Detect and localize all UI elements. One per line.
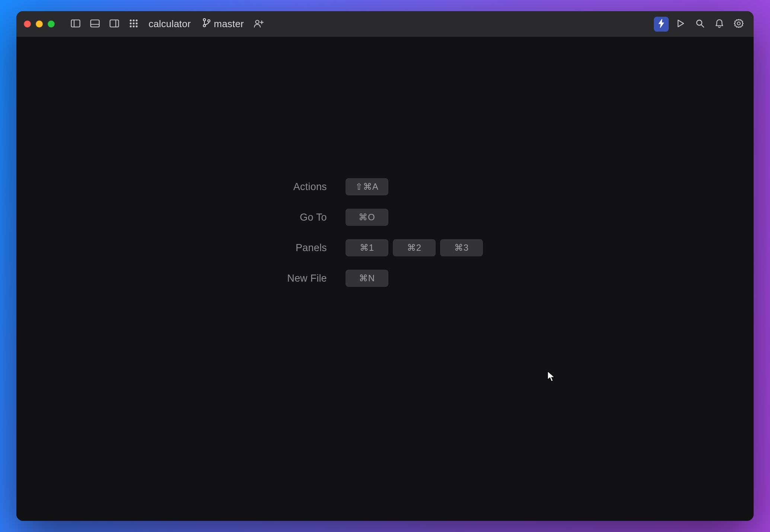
app-window: calculator master — [16, 11, 754, 521]
kbd: ⌘3 — [440, 239, 483, 256]
svg-rect-12 — [130, 26, 131, 27]
window-minimize-button[interactable] — [36, 20, 43, 28]
svg-rect-4 — [110, 20, 119, 27]
shortcut-keys-newfile: ⌘N — [346, 270, 483, 287]
settings-button[interactable] — [731, 17, 746, 32]
project-name: calculator — [149, 18, 191, 30]
svg-rect-13 — [133, 26, 134, 27]
svg-rect-9 — [130, 23, 131, 24]
svg-rect-6 — [130, 20, 131, 21]
add-collaborator-button[interactable] — [251, 17, 266, 32]
bolt-icon — [658, 19, 665, 30]
panel-right-icon — [109, 19, 119, 29]
run-button[interactable] — [673, 17, 688, 32]
svg-rect-7 — [133, 20, 134, 21]
shortcut-keys-panels: ⌘1 ⌘2 ⌘3 — [346, 239, 483, 256]
gear-icon — [734, 19, 744, 30]
kbd: ⌘1 — [346, 239, 388, 256]
play-icon — [677, 19, 685, 29]
toggle-right-panel-button[interactable] — [107, 17, 122, 32]
svg-rect-10 — [133, 23, 134, 24]
svg-rect-8 — [136, 20, 137, 21]
shortcut-keys-actions: ⇧⌘A — [346, 178, 483, 195]
branch-name: master — [214, 18, 244, 30]
panel-left-icon — [71, 19, 80, 29]
svg-point-18 — [255, 20, 259, 23]
traffic-lights — [24, 20, 55, 28]
shortcut-label-goto: Go To — [287, 212, 327, 223]
window-fullscreen-button[interactable] — [48, 20, 55, 28]
panel-toggle-group — [68, 17, 141, 32]
svg-point-23 — [737, 22, 740, 25]
cursor-icon — [547, 371, 556, 384]
kbd: ⇧⌘A — [346, 178, 388, 195]
shortcut-label-newfile: New File — [287, 273, 327, 284]
grid-icon — [130, 19, 138, 29]
search-icon — [696, 19, 704, 29]
user-plus-icon — [254, 19, 264, 29]
window-close-button[interactable] — [24, 20, 31, 28]
shortcut-label-actions: Actions — [287, 181, 327, 193]
editor-empty-state: Actions ⇧⌘A Go To ⌘O Panels ⌘1 ⌘2 ⌘3 New… — [16, 37, 754, 521]
kbd: ⌘2 — [393, 239, 436, 256]
git-branch-icon — [203, 18, 211, 30]
branch-selector[interactable]: master — [198, 18, 248, 30]
svg-rect-14 — [136, 26, 137, 27]
svg-rect-11 — [136, 23, 137, 24]
shortcut-hints: Actions ⇧⌘A Go To ⌘O Panels ⌘1 ⌘2 ⌘3 New… — [287, 178, 483, 287]
titlebar: calculator master — [16, 11, 754, 37]
notifications-button[interactable] — [712, 17, 727, 32]
shortcut-keys-goto: ⌘O — [346, 209, 483, 226]
toggle-left-panel-button[interactable] — [68, 17, 83, 32]
kbd: ⌘N — [346, 270, 388, 287]
apps-grid-button[interactable] — [126, 17, 141, 32]
svg-rect-2 — [91, 20, 99, 27]
kbd: ⌘O — [346, 209, 388, 226]
ai-assistant-button[interactable] — [654, 17, 669, 32]
shortcut-label-panels: Panels — [287, 242, 327, 254]
project-selector[interactable]: calculator — [144, 18, 195, 30]
svg-line-22 — [701, 25, 704, 27]
panel-bottom-icon — [90, 19, 100, 29]
search-button[interactable] — [693, 17, 707, 32]
bell-icon — [715, 19, 724, 30]
toggle-bottom-panel-button[interactable] — [88, 17, 102, 32]
svg-rect-0 — [71, 20, 80, 27]
